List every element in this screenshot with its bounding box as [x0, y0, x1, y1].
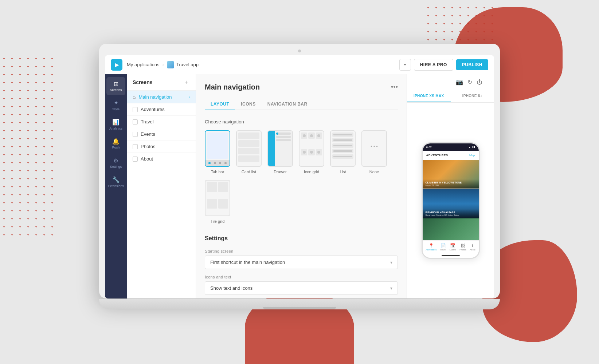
card-montana: HIKING IN MONTANA	[423, 218, 479, 240]
sidebar-item-analytics[interactable]: 📊 Analytics	[106, 116, 125, 134]
more-options-button[interactable]: •••	[391, 83, 398, 91]
screen-item-photos[interactable]: Photos	[127, 141, 196, 153]
icons-text-value: Show text and icons	[210, 285, 252, 291]
sidebar-icons: ⊞ Screens ✦ Style 📊 Analytics 🔔 Push	[105, 74, 127, 298]
starting-screen-field: Starting screen First shortcut in the ma…	[205, 249, 398, 269]
preview-panel-header: 📷 ↻ ⏻	[407, 74, 494, 90]
card-list-preview	[236, 130, 262, 167]
screen-item-label: Adventures	[141, 107, 190, 112]
phone-bottom-tab-bar: 📍 Adventures 📄 Travel 📅 Events	[423, 240, 479, 253]
settings-section: Settings Starting screen First shortcut …	[205, 235, 398, 295]
nav-option-card-list[interactable]: Card list	[236, 130, 262, 174]
photos-tab-label: Photos	[459, 249, 466, 251]
dropdown-button[interactable]: ▾	[399, 59, 411, 71]
sidebar-analytics-label: Analytics	[109, 127, 122, 131]
screens-panel-title: Screens	[133, 79, 152, 85]
sidebar-item-push[interactable]: 🔔 Push	[106, 135, 125, 153]
screens-icon: ⊞	[112, 80, 120, 87]
phone-tab-events[interactable]: 📅 Events	[450, 243, 456, 251]
settings-title: Settings	[205, 235, 398, 242]
events-tab-icon: 📅	[450, 243, 455, 248]
screen-item-travel[interactable]: Travel	[127, 116, 196, 128]
select-arrow-icon-2: ▾	[390, 286, 392, 291]
tab-iphone-8-plus[interactable]: IPHONE 8+	[451, 90, 494, 102]
screen-item-adventures[interactable]: Adventures	[127, 103, 196, 116]
screens-panel: Screens + ⌂ Main navigation › Adventures	[127, 74, 196, 298]
tab-iphone-xs-max[interactable]: IPHONE XS MAX	[407, 90, 451, 102]
nav-option-none[interactable]: • • • None	[361, 130, 387, 174]
icons-text-select[interactable]: Show text and icons ▾	[205, 281, 398, 295]
chevron-right-icon: ›	[189, 95, 190, 99]
phone-tab-adventures[interactable]: 📍 Adventures	[426, 243, 436, 251]
card-yellowstone: CLIMBING IN YELLOWSTONE August 23, 1996	[423, 160, 479, 189]
nav-options: Tab bar Card list	[205, 130, 398, 223]
nav-option-tile-grid[interactable]: Tile grid	[205, 180, 230, 223]
sidebar-item-settings[interactable]: ⚙ Settings	[106, 154, 125, 172]
screen-checkbox[interactable]	[133, 119, 138, 124]
publish-button[interactable]: PUBLISH	[456, 59, 488, 70]
tile-grid-preview	[205, 180, 230, 216]
nav-option-tab-bar-label: Tab bar	[211, 170, 224, 174]
list-preview	[330, 130, 356, 167]
tab-icons[interactable]: ICONS	[235, 99, 262, 110]
sidebar-item-style[interactable]: ✦ Style	[106, 96, 125, 114]
sidebar-item-extensions[interactable]: 🔧 Extensions	[106, 173, 125, 191]
nav-option-icon-grid[interactable]: Icon grid	[299, 130, 324, 174]
power-icon[interactable]: ⏻	[477, 79, 482, 86]
screen-checkbox[interactable]	[133, 157, 138, 162]
tab-layout[interactable]: LAYOUT	[205, 99, 235, 110]
screen-checkbox[interactable]	[133, 132, 138, 137]
nav-option-none-label: None	[369, 170, 379, 174]
nav-option-tab-bar[interactable]: Tab bar	[205, 130, 230, 174]
screen-item-label: Travel	[141, 119, 190, 124]
app-header: ▶ My applications › Travel app ▾ HIRE A …	[105, 55, 494, 74]
screen-item-label: Photos	[141, 144, 190, 149]
phone-nav-bar: ADVENTURES Map	[423, 151, 479, 160]
phone-tab-about[interactable]: ℹ About	[470, 243, 475, 251]
preview-device-tabs: IPHONE XS MAX IPHONE 8+	[407, 90, 494, 103]
breadcrumb-my-apps[interactable]: My applications	[127, 62, 160, 67]
camera-icon[interactable]: 📷	[456, 79, 463, 86]
nav-option-drawer[interactable]: Drawer	[267, 130, 293, 174]
laptop-body: ▶ My applications › Travel app ▾ HIRE A …	[99, 44, 500, 298]
screen-item-about[interactable]: About	[127, 153, 196, 165]
travel-tab-icon: 📄	[441, 243, 446, 248]
refresh-icon[interactable]: ↻	[467, 79, 472, 86]
screen-item-label: Main navigation	[138, 94, 185, 100]
breadcrumb-app-name: Travel app	[176, 62, 199, 67]
phone-tab-photos[interactable]: 🖼 Photos	[459, 243, 466, 251]
icons-text-field: Icons and text Show text and icons ▾	[205, 275, 398, 295]
home-bar	[442, 255, 460, 256]
adventures-tab-icon: 📍	[428, 243, 434, 248]
about-tab-icon: ℹ	[471, 243, 473, 248]
phone-nav-link: Map	[469, 154, 475, 157]
photos-tab-icon: 🖼	[461, 243, 465, 248]
screen-checkbox[interactable]	[133, 107, 138, 112]
tab-navigation-bar[interactable]: NAVIGATION BAR	[262, 99, 313, 110]
screen-item-events[interactable]: Events	[127, 128, 196, 141]
screen-checkbox[interactable]	[133, 144, 138, 149]
preview-panel: 📷 ↻ ⏻ IPHONE XS MAX IPHONE 8+	[407, 74, 494, 298]
laptop-screen: ▶ My applications › Travel app ▾ HIRE A …	[105, 55, 494, 298]
phone-nav-title: ADVENTURES	[426, 154, 448, 157]
nav-option-icon-grid-label: Icon grid	[304, 170, 319, 174]
travel-tab-label: Travel	[440, 249, 446, 251]
app-logo: ▶	[111, 59, 122, 71]
home-icon: ⌂	[133, 94, 136, 100]
about-tab-label: About	[470, 249, 475, 251]
adventures-tab-label: Adventures	[426, 249, 436, 251]
none-preview: • • •	[361, 130, 387, 167]
hire-pro-button[interactable]: HIRE A PRO	[414, 59, 453, 71]
phone-home-indicator	[423, 253, 479, 258]
dots-decoration-left	[0, 55, 58, 237]
header-actions: ▾ HIRE A PRO PUBLISH	[399, 59, 488, 71]
starting-screen-select[interactable]: First shortcut in the main navigation ▾	[205, 256, 398, 269]
editor-title: Main navigation	[205, 83, 260, 91]
phone-tab-travel[interactable]: 📄 Travel	[440, 243, 446, 251]
nav-option-list[interactable]: List	[330, 130, 356, 174]
analytics-icon: 📊	[112, 119, 120, 126]
add-screen-button[interactable]: +	[183, 79, 190, 86]
sidebar-item-screens[interactable]: ⊞ Screens	[106, 77, 125, 95]
screen-item-main-nav[interactable]: ⌂ Main navigation ›	[127, 91, 196, 103]
sidebar-style-label: Style	[112, 107, 120, 111]
